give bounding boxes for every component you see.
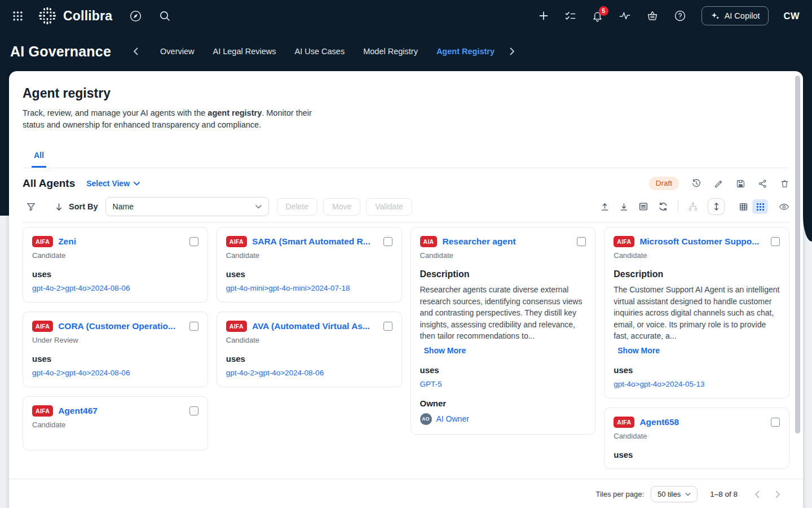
owner-link[interactable]: AI Owner bbox=[436, 414, 469, 423]
move-button[interactable]: Move bbox=[323, 198, 360, 216]
filter-funnel-icon[interactable] bbox=[26, 202, 36, 212]
validate-button[interactable]: Validate bbox=[366, 198, 412, 216]
ai-copilot-button[interactable]: AI Copilot bbox=[701, 6, 769, 25]
details-list-icon[interactable] bbox=[638, 202, 648, 212]
hierarchy-icon[interactable] bbox=[688, 202, 698, 212]
refresh-icon[interactable] bbox=[658, 202, 668, 212]
marketplace-basket-icon[interactable] bbox=[646, 10, 659, 22]
agent-select-checkbox[interactable] bbox=[383, 322, 392, 331]
vertical-scrollbar[interactable] bbox=[795, 76, 800, 433]
table-view-button[interactable] bbox=[735, 199, 751, 214]
uses-label: uses bbox=[226, 354, 392, 364]
tab-overview[interactable]: Overview bbox=[160, 47, 194, 56]
tab-agent-registry[interactable]: Agent Registry bbox=[436, 47, 495, 56]
listing-title: All Agents bbox=[23, 177, 75, 190]
tabs-scroll-left-icon[interactable] bbox=[132, 47, 140, 56]
previous-page-icon[interactable] bbox=[754, 491, 760, 498]
pagination-footer: Tiles per page: 50 tiles 1–8 of 8 bbox=[9, 479, 803, 508]
agent-card[interactable]: AIFA Agent467 Candidate bbox=[23, 396, 208, 450]
uses-link[interactable]: gpt-4o-mini>gpt-4o-mini>2024-07-18 bbox=[226, 284, 350, 292]
page-title: Agent registry bbox=[23, 86, 789, 101]
tab-ai-legal-reviews[interactable]: AI Legal Reviews bbox=[213, 47, 276, 56]
tiles-view-button[interactable] bbox=[752, 199, 768, 214]
tab-ai-use-cases[interactable]: AI Use Cases bbox=[295, 47, 345, 56]
agent-card[interactable]: AIFA CORA (Customer Operatio... Under Re… bbox=[23, 312, 208, 387]
agent-name-link[interactable]: AVA (Automated Virtual As... bbox=[252, 321, 378, 331]
agent-type-badge: AIFA bbox=[32, 405, 53, 417]
agent-name-link[interactable]: Agent658 bbox=[639, 417, 765, 427]
agent-name-link[interactable]: Researcher agent bbox=[442, 237, 571, 247]
agent-select-checkbox[interactable] bbox=[577, 237, 586, 246]
search-icon[interactable] bbox=[159, 10, 170, 21]
tiles-per-page-select[interactable]: 50 tiles bbox=[651, 486, 698, 502]
help-icon[interactable] bbox=[674, 10, 686, 22]
uses-link[interactable]: GPT-5 bbox=[420, 380, 442, 388]
export-download-icon[interactable] bbox=[619, 202, 629, 212]
compass-icon[interactable] bbox=[129, 10, 142, 23]
agent-select-checkbox[interactable] bbox=[189, 322, 198, 331]
bulk-actions: DeleteMoveValidate bbox=[277, 198, 412, 216]
owner-label: Owner bbox=[420, 398, 586, 408]
header-background-curve bbox=[803, 216, 812, 242]
tasks-checklist-icon[interactable] bbox=[564, 10, 576, 22]
agent-card[interactable]: AIFA Zeni Candidate uses gpt-4o-2>gpt-4o… bbox=[23, 227, 208, 303]
filter-tabs: All bbox=[23, 150, 789, 168]
agent-card[interactable]: AIFA Microsoft Customer Suppo... Candida… bbox=[604, 227, 789, 398]
agent-select-checkbox[interactable] bbox=[383, 237, 392, 246]
agent-type-badge: AIFA bbox=[32, 236, 53, 247]
next-page-icon[interactable] bbox=[775, 491, 780, 498]
agent-select-checkbox[interactable] bbox=[771, 237, 780, 246]
sort-by-label: Sort By bbox=[69, 202, 98, 211]
history-icon[interactable] bbox=[691, 178, 701, 189]
show-more-link[interactable]: Show More bbox=[617, 346, 660, 355]
delete-button[interactable]: Delete bbox=[277, 198, 317, 216]
edit-pencil-icon[interactable] bbox=[714, 179, 723, 189]
delete-trash-icon[interactable] bbox=[780, 179, 789, 189]
select-view-dropdown[interactable]: Select View bbox=[86, 179, 140, 188]
pagination-range: 1–8 of 8 bbox=[710, 490, 738, 498]
section-title: AI Governance bbox=[10, 43, 111, 60]
agent-name-link[interactable]: CORA (Customer Operatio... bbox=[58, 321, 184, 331]
agent-card[interactable]: AIFA AVA (Automated Virtual As... Candid… bbox=[217, 312, 402, 387]
agent-select-checkbox[interactable] bbox=[189, 237, 198, 246]
owner-avatar: AO bbox=[420, 413, 432, 425]
sort-select[interactable]: Name bbox=[105, 197, 269, 216]
tabs-scroll-right-icon[interactable] bbox=[508, 47, 516, 56]
user-avatar-initials[interactable]: CW bbox=[784, 11, 800, 21]
sort-select-value: Name bbox=[113, 202, 134, 211]
preview-eye-icon[interactable] bbox=[779, 202, 789, 212]
app-grid-icon[interactable] bbox=[12, 11, 23, 21]
listing-header: All Agents Select View Draft bbox=[23, 177, 789, 190]
tab-all[interactable]: All bbox=[32, 151, 46, 168]
collibra-logo-icon[interactable] bbox=[38, 6, 57, 25]
sparkles-icon bbox=[710, 11, 720, 21]
agent-card[interactable]: AIFA SARA (Smart Automated R... Candidat… bbox=[217, 227, 402, 303]
agent-status: Candidate bbox=[614, 432, 780, 440]
uses-label: uses bbox=[614, 450, 780, 459]
toolbar: Sort By Name DeleteMoveValidate bbox=[23, 197, 789, 216]
agent-name-link[interactable]: Agent467 bbox=[58, 406, 184, 416]
show-more-link[interactable]: Show More bbox=[424, 346, 466, 355]
agent-name-link[interactable]: SARA (Smart Automated R... bbox=[252, 237, 378, 247]
notifications-bell-icon[interactable]: 5 bbox=[592, 10, 603, 22]
description-text: The Customer Support AI Agent is an inte… bbox=[614, 284, 780, 342]
sort-direction-icon[interactable] bbox=[55, 202, 63, 212]
import-upload-icon[interactable] bbox=[600, 202, 610, 212]
tab-model-registry[interactable]: Model Registry bbox=[363, 47, 418, 56]
agent-name-link[interactable]: Zeni bbox=[58, 237, 184, 247]
agent-type-badge: AIA bbox=[420, 236, 438, 247]
uses-link[interactable]: gpt-4o-2>gpt-4o>2024-08-06 bbox=[226, 369, 324, 377]
uses-link[interactable]: gpt-4o-2>gpt-4o>2024-08-06 bbox=[32, 284, 130, 292]
uses-link[interactable]: gpt-4o-2>gpt-4o>2024-08-06 bbox=[32, 369, 130, 377]
agent-card[interactable]: AIFA Agent658 Candidate uses bbox=[604, 408, 789, 469]
uses-link[interactable]: gpt-4o>gpt-4o>2024-05-13 bbox=[614, 380, 704, 388]
agent-name-link[interactable]: Microsoft Customer Suppo... bbox=[639, 237, 765, 247]
agent-select-checkbox[interactable] bbox=[771, 418, 780, 427]
activity-pulse-icon[interactable] bbox=[619, 10, 631, 22]
save-icon[interactable] bbox=[736, 179, 745, 189]
expand-rows-button[interactable] bbox=[708, 198, 725, 215]
share-icon[interactable] bbox=[758, 179, 767, 189]
agent-card[interactable]: AIA Researcher agent Candidate Descripti… bbox=[411, 227, 596, 435]
create-plus-icon[interactable] bbox=[538, 10, 549, 21]
agent-select-checkbox[interactable] bbox=[189, 406, 198, 415]
